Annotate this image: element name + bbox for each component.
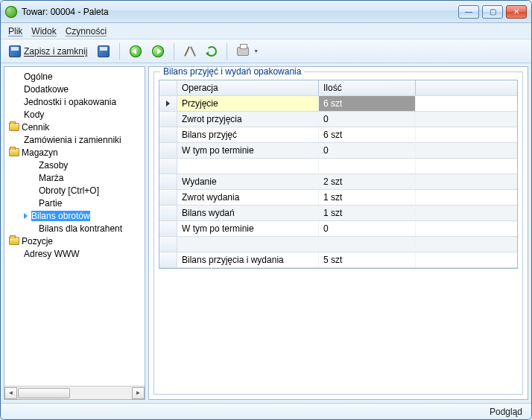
groupbox-title: Bilans przyjęć i wydań opakowania bbox=[160, 66, 304, 77]
nav-label: Obroty [Ctrl+O] bbox=[39, 185, 99, 196]
nav-units[interactable]: Jednostki i opakowania bbox=[6, 95, 145, 108]
tools-icon bbox=[184, 45, 196, 57]
nav-codes[interactable]: Kody bbox=[6, 108, 145, 121]
nav-contr-balance[interactable]: Bilans dla kontrahent bbox=[6, 222, 145, 235]
grid-row[interactable]: Zwrot przyjęcia0 bbox=[159, 112, 517, 127]
row-header bbox=[159, 127, 177, 142]
cell-operation: Przyjęcie bbox=[177, 96, 319, 111]
row-header bbox=[159, 96, 177, 111]
grid-row[interactable] bbox=[159, 237, 517, 252]
dropdown-arrow-icon: ▼ bbox=[253, 48, 259, 54]
app-icon bbox=[5, 6, 17, 18]
cell-quantity: 6 szt bbox=[319, 96, 416, 111]
nav-pricelist[interactable]: Cennik bbox=[6, 121, 145, 133]
current-row-arrow-icon bbox=[166, 101, 170, 106]
balance-groupbox: Bilans przyjęć i wydań opakowania Operac… bbox=[153, 71, 523, 395]
nav-additional[interactable]: Dodatkowe bbox=[6, 83, 145, 95]
cell-operation: W tym po terminie bbox=[177, 221, 319, 236]
forward-arrow-icon bbox=[152, 45, 164, 57]
row-header bbox=[159, 174, 177, 189]
col-operation[interactable]: Operacja bbox=[177, 80, 319, 95]
scroll-right-button[interactable]: ► bbox=[132, 387, 145, 399]
nav-turnover[interactable]: Obroty [Ctrl+O] bbox=[6, 184, 145, 197]
row-header bbox=[159, 237, 177, 252]
cell-operation: Bilans przyjęcia i wydania bbox=[177, 252, 319, 267]
nav-label: Bilans dla kontrahent bbox=[39, 223, 122, 234]
row-header bbox=[159, 159, 177, 174]
maximize-button[interactable]: ▢ bbox=[482, 5, 503, 19]
grid-row[interactable]: Przyjęcie6 szt bbox=[159, 96, 517, 112]
nav-stock[interactable]: Zasoby bbox=[6, 159, 145, 171]
menu-view[interactable]: Widok bbox=[31, 26, 56, 36]
nav-label: Pozycje bbox=[22, 236, 53, 246]
menu-file[interactable]: Plik bbox=[8, 26, 22, 36]
disk-icon bbox=[98, 45, 110, 57]
col-quantity[interactable]: Ilość bbox=[319, 80, 416, 95]
row-header bbox=[159, 252, 177, 267]
nav-margin[interactable]: Marża bbox=[6, 171, 145, 184]
title-bar: Towar: 00004 - Paleta — ▢ ✕ bbox=[1, 1, 531, 23]
selected-arrow-icon bbox=[24, 213, 28, 219]
close-button[interactable]: ✕ bbox=[506, 5, 527, 19]
cell-quantity bbox=[319, 159, 416, 174]
cell-quantity: 0 bbox=[319, 112, 416, 127]
menu-bar: Plik Widok Czynności bbox=[1, 23, 531, 39]
sidebar: Ogólne Dodatkowe Jednostki i opakowania … bbox=[4, 66, 145, 400]
nav-label: Adresy WWW bbox=[24, 249, 80, 259]
nav-www[interactable]: Adresy WWW bbox=[6, 247, 145, 260]
balance-grid[interactable]: Operacja Ilość Przyjęcie6 sztZwrot przyj… bbox=[159, 80, 518, 269]
print-icon bbox=[237, 47, 249, 56]
grid-row[interactable]: W tym po terminie0 bbox=[159, 221, 517, 237]
row-header-corner bbox=[159, 80, 177, 95]
nav-warehouse[interactable]: Magazyn bbox=[6, 146, 145, 159]
toolbar-separator bbox=[227, 43, 227, 60]
refresh-button[interactable] bbox=[203, 42, 221, 60]
row-header bbox=[159, 221, 177, 236]
toolbar: Zapisz i zamknij ▼ bbox=[1, 39, 531, 63]
cell-operation: W tym po terminie bbox=[177, 143, 319, 158]
nav-label: Marża bbox=[39, 173, 63, 183]
nav-balance[interactable]: Bilans obrotów bbox=[6, 209, 145, 222]
menu-actions[interactable]: Czynności bbox=[66, 26, 107, 36]
nav-batches[interactable]: Partie bbox=[6, 197, 145, 209]
scroll-thumb[interactable] bbox=[18, 388, 70, 398]
cell-operation: Bilans wydań bbox=[177, 206, 319, 220]
grid-row[interactable]: Bilans przyjęć6 szt bbox=[159, 127, 517, 143]
nav-tree[interactable]: Ogólne Dodatkowe Jednostki i opakowania … bbox=[4, 67, 145, 386]
save-button[interactable] bbox=[94, 42, 113, 60]
grid-row[interactable]: Bilans przyjęcia i wydania5 szt bbox=[159, 252, 517, 268]
back-button[interactable] bbox=[126, 42, 145, 60]
nav-label: Bilans obrotów bbox=[31, 211, 90, 221]
grid-row[interactable]: W tym po terminie0 bbox=[159, 143, 517, 159]
nav-positions[interactable]: Pozycje bbox=[6, 235, 145, 247]
tools-button[interactable] bbox=[180, 42, 200, 60]
status-mode: Podgląd bbox=[490, 407, 522, 417]
row-header bbox=[159, 112, 177, 127]
row-header bbox=[159, 206, 177, 220]
scroll-left-button[interactable]: ◄ bbox=[4, 387, 17, 399]
cell-quantity bbox=[319, 237, 416, 252]
folder-icon bbox=[9, 148, 19, 156]
grid-row[interactable]: Wydanie2 szt bbox=[159, 174, 517, 190]
nav-label: Zamówienia i zamienniki bbox=[24, 135, 121, 145]
row-header bbox=[159, 190, 177, 205]
print-button[interactable]: ▼ bbox=[233, 42, 262, 60]
sidebar-hscrollbar[interactable]: ◄ ► bbox=[4, 386, 145, 399]
cell-quantity: 0 bbox=[319, 221, 416, 236]
body-area: Ogólne Dodatkowe Jednostki i opakowania … bbox=[1, 63, 531, 403]
nav-general[interactable]: Ogólne bbox=[6, 70, 145, 83]
folder-icon bbox=[9, 237, 19, 245]
save-close-button[interactable]: Zapisz i zamknij bbox=[5, 42, 91, 60]
nav-orders[interactable]: Zamówienia i zamienniki bbox=[6, 133, 145, 146]
grid-row[interactable]: Zwrot wydania1 szt bbox=[159, 190, 517, 206]
cell-quantity: 6 szt bbox=[319, 127, 416, 142]
grid-row[interactable]: Bilans wydań1 szt bbox=[159, 206, 517, 221]
cell-quantity: 0 bbox=[319, 143, 416, 158]
minimize-button[interactable]: — bbox=[458, 5, 479, 19]
forward-button[interactable] bbox=[148, 42, 168, 60]
save-close-label: Zapisz i zamknij bbox=[24, 46, 87, 57]
grid-row[interactable] bbox=[159, 159, 517, 174]
window-controls: — ▢ ✕ bbox=[458, 5, 527, 19]
cell-quantity: 1 szt bbox=[319, 190, 416, 205]
status-bar: Podgląd bbox=[1, 403, 531, 419]
